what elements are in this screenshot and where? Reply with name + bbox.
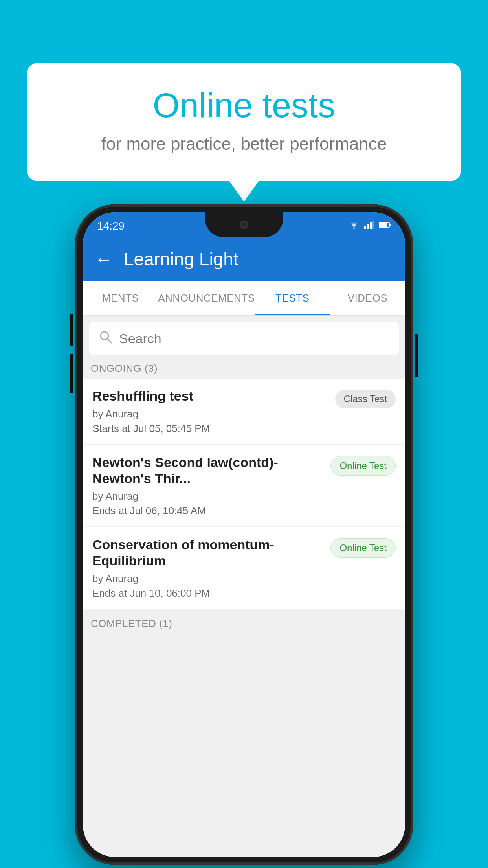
content-area: ONGOING (3) Reshuffling test by Anurag S… — [83, 316, 405, 857]
back-button[interactable]: ← — [95, 248, 113, 270]
battery-icon — [379, 221, 391, 231]
test-name: Conservation of momentum-Equilibrium — [92, 537, 323, 569]
svg-rect-3 — [370, 222, 372, 229]
search-icon — [99, 330, 113, 348]
speech-bubble-subtitle: for more practice, better performance — [58, 134, 430, 154]
tab-videos[interactable]: VIDEOS — [330, 281, 405, 315]
ongoing-section-label: ONGOING (3) — [83, 355, 405, 379]
svg-rect-6 — [380, 223, 387, 227]
test-by: by Anurag — [92, 490, 323, 502]
power-button — [415, 334, 418, 377]
svg-rect-4 — [372, 221, 374, 229]
completed-section-label: COMPLETED (1) — [83, 610, 405, 634]
wifi-icon — [349, 220, 360, 232]
search-bar[interactable] — [89, 322, 399, 355]
svg-rect-2 — [367, 224, 369, 229]
tab-tests[interactable]: TESTS — [255, 281, 330, 315]
test-info: Reshuffling test by Anurag Starts at Jul… — [92, 388, 335, 435]
test-date: Ends at Jul 06, 10:45 AM — [92, 505, 323, 517]
test-name: Reshuffling test — [92, 388, 327, 404]
phone-screen: 14:29 — [83, 212, 405, 857]
status-icons — [349, 218, 391, 232]
svg-point-0 — [353, 227, 355, 229]
test-item[interactable]: Newton's Second law(contd)-Newton's Thir… — [83, 445, 405, 527]
test-badge-online: Online Test — [330, 538, 396, 558]
speech-bubble-title: Online tests — [58, 86, 430, 125]
test-item[interactable]: Reshuffling test by Anurag Starts at Jul… — [83, 379, 405, 444]
test-item[interactable]: Conservation of momentum-Equilibrium by … — [83, 527, 405, 609]
test-by: by Anurag — [92, 408, 327, 420]
tabs-bar: MENTS ANNOUNCEMENTS TESTS VIDEOS — [83, 281, 405, 316]
camera-icon — [240, 221, 248, 229]
tab-ments[interactable]: MENTS — [83, 281, 158, 315]
test-date: Starts at Jul 05, 05:45 PM — [92, 423, 327, 435]
vol-up-button — [70, 314, 73, 346]
phone-notch — [205, 212, 283, 237]
phone-mockup: 14:29 — [75, 204, 413, 865]
svg-rect-7 — [390, 224, 391, 226]
speech-bubble: Online tests for more practice, better p… — [27, 63, 461, 181]
tab-announcements[interactable]: ANNOUNCEMENTS — [158, 281, 255, 315]
test-name: Newton's Second law(contd)-Newton's Thir… — [92, 454, 323, 487]
signal-icon — [364, 221, 374, 232]
svg-line-9 — [108, 339, 112, 343]
test-info: Conservation of momentum-Equilibrium by … — [92, 537, 330, 600]
test-badge-class: Class Test — [335, 390, 396, 408]
phone-outer: 14:29 — [75, 204, 413, 865]
vol-down-button — [70, 354, 73, 393]
test-badge-online: Online Test — [330, 456, 396, 476]
search-input[interactable] — [119, 331, 389, 346]
app-bar-title: Learning Light — [124, 248, 238, 270]
test-date: Ends at Jun 10, 06:00 PM — [92, 587, 323, 600]
svg-rect-1 — [364, 226, 366, 229]
test-info: Newton's Second law(contd)-Newton's Thir… — [92, 454, 330, 517]
test-by: by Anurag — [92, 573, 323, 585]
app-bar: ← Learning Light — [83, 237, 405, 281]
